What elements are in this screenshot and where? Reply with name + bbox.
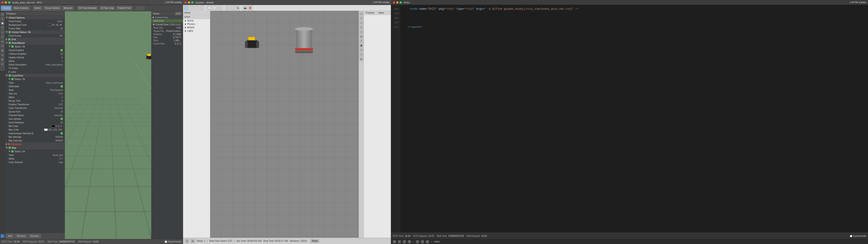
gz-box-btn[interactable]: ⬜ bbox=[207, 6, 212, 10]
global-status-item[interactable]: Global Status: Ok bbox=[5, 30, 65, 34]
ls-topic-item[interactable]: Topic /base_scan/scan bbox=[5, 81, 65, 85]
ls-style-item[interactable]: Style Flat Squares bbox=[5, 88, 65, 92]
odometry-item[interactable]: Odometry bbox=[5, 142, 65, 146]
insert-tab[interactable]: Insert bbox=[183, 15, 210, 19]
gz-scale-btn[interactable]: ⤡ bbox=[199, 6, 204, 10]
left-icon-10[interactable]: ⊚ bbox=[0, 53, 4, 57]
remove-display-btn[interactable]: Remove bbox=[15, 234, 27, 238]
measure-btn[interactable]: Measure bbox=[62, 6, 74, 11]
gz-cylinder-btn[interactable]: ⏺ bbox=[217, 6, 222, 10]
ls-min-intensity-item[interactable]: Min Intensity 999999 bbox=[5, 135, 65, 139]
gz-pointlight-btn[interactable]: ☀ bbox=[225, 6, 229, 10]
gz-icon-2[interactable]: ⊖ bbox=[360, 16, 364, 20]
ls-pos-transform-item[interactable]: Position Transformer XYZ bbox=[5, 102, 65, 106]
gz-snap-btn[interactable]: 🧲 bbox=[248, 6, 252, 10]
ls-decay-item[interactable]: Decay Time 0 bbox=[5, 99, 65, 102]
zero-btn[interactable]: Zero bbox=[175, 12, 182, 16]
odom-icon-5[interactable]: ⊙ bbox=[416, 240, 419, 243]
ls-channel-item[interactable]: Channel Name Intensity bbox=[5, 114, 65, 117]
gs-fixed-frame-item[interactable]: Fixed Frame OK bbox=[5, 34, 65, 37]
gz-rotate-btn[interactable]: ↻ bbox=[194, 6, 199, 10]
orbit-view-item[interactable]: Orbit (rviz) bbox=[151, 19, 183, 23]
ls-autocompute-item[interactable]: Autocompute Intensity B... bbox=[5, 131, 65, 135]
odom-icon-6[interactable]: ◎ bbox=[421, 240, 424, 243]
physics-item[interactable]: Physics bbox=[183, 22, 210, 26]
tf-prefix-item[interactable]: TF Prefix bbox=[5, 66, 65, 70]
left-icon-1[interactable]: ⊞ bbox=[0, 12, 4, 16]
gazebo-3d-view[interactable]: ⊕ ⊖ ◎ ⊞ ⊟ ▦ ⟳ ⬤ ◈ ⊚ ◧ bbox=[210, 11, 364, 238]
lights-item[interactable]: Lights bbox=[183, 29, 210, 33]
robotmodel-item[interactable]: RobotModel bbox=[5, 41, 65, 45]
ls-rainbow-item[interactable]: Use rainbow bbox=[5, 117, 65, 121]
odom-icon-3[interactable]: ⊛ bbox=[403, 240, 406, 243]
left-icon-2[interactable]: ⊕ bbox=[0, 17, 4, 21]
experimental-container[interactable]: Experimental bbox=[850, 235, 866, 237]
rm-status-item[interactable]: Status: Ok bbox=[5, 45, 65, 48]
gz-icon-10[interactable]: ⊚ bbox=[360, 53, 364, 57]
window-controls[interactable] bbox=[1, 1, 10, 4]
ls-size-item[interactable]: Size (m) 0.01 bbox=[5, 92, 65, 95]
focus-camera-btn[interactable]: Focus Camera bbox=[43, 6, 61, 11]
odom-icon-4[interactable]: ⊕ bbox=[408, 240, 411, 243]
gz-icon-3[interactable]: ◎ bbox=[360, 21, 364, 25]
map-status-item[interactable]: Status: Ok bbox=[5, 150, 65, 153]
code-content[interactable]: < node name = "RVIZ" pkg = "rviz" type =… bbox=[400, 5, 868, 233]
gz-icon-7[interactable]: ⟳ bbox=[360, 39, 364, 43]
left-icon-13[interactable]: ⬛ bbox=[0, 66, 4, 70]
experimental-check[interactable]: Experimental bbox=[165, 240, 181, 243]
gz-dirlight-btn[interactable]: ⊙ bbox=[230, 6, 235, 10]
gz-icon-11[interactable]: ◧ bbox=[360, 57, 364, 61]
ls-selectable-item[interactable]: Selectable bbox=[5, 85, 65, 88]
ls-color-transform-item[interactable]: Color Transformer Intensity bbox=[5, 106, 65, 110]
laserscan-item[interactable]: LaserScan bbox=[5, 74, 65, 77]
background-color-item[interactable]: Background Color 48; 48; 48 bbox=[5, 23, 65, 27]
ls-min-color-item[interactable]: Min Color 0; 0; 0 bbox=[5, 124, 65, 128]
gz-maximize-btn[interactable] bbox=[191, 1, 193, 4]
odom-icon-2[interactable]: ♦ bbox=[398, 240, 401, 243]
select-btn[interactable]: Select bbox=[33, 6, 42, 11]
models-item[interactable]: Models bbox=[183, 26, 210, 29]
displays-scroll[interactable]: Global Options Fixed Frame odom Backgrou… bbox=[5, 16, 65, 233]
gz-translate-btn[interactable]: ⊕ bbox=[189, 6, 194, 10]
frame-rate-item[interactable]: Frame Rate 30 bbox=[5, 27, 65, 30]
left-icon-4[interactable]: 📷 bbox=[0, 26, 4, 30]
update-interval-item[interactable]: Update Interval 0 bbox=[5, 56, 65, 59]
gz-pause-btn[interactable]: ⏸ bbox=[185, 239, 189, 243]
2d-pose-btn[interactable]: 2D Pose Estimate bbox=[77, 6, 98, 11]
left-icon-5[interactable]: ⊙ bbox=[0, 30, 4, 34]
gz-reset-btn[interactable]: Reset bbox=[310, 239, 319, 243]
ls-queue-item[interactable]: Queue Size 10 bbox=[5, 110, 65, 114]
ed-minimize-btn[interactable] bbox=[396, 1, 399, 4]
global-options-item[interactable]: Global Options bbox=[5, 16, 65, 20]
gz-camera-btn[interactable]: 📷 bbox=[243, 6, 247, 10]
ls-invert-rainbow-item[interactable]: Invert Rainbow bbox=[5, 121, 65, 124]
gz-spotlight-btn[interactable]: 🔦 bbox=[235, 6, 240, 10]
links-item[interactable]: Links bbox=[5, 70, 65, 74]
world-tab[interactable]: World bbox=[183, 11, 210, 15]
gz-cursor-btn[interactable]: ↖ bbox=[184, 6, 188, 10]
gz-step-btn[interactable]: ⏭ bbox=[191, 239, 195, 243]
map-alpha-item[interactable]: Alpha 0.7 bbox=[5, 157, 65, 160]
odom-icon-7[interactable]: ◈ bbox=[426, 240, 429, 243]
rm-alpha-item[interactable]: Alpha 1 bbox=[5, 59, 65, 63]
toolbar-icon2[interactable]: - bbox=[141, 6, 145, 10]
collision-enabled-item[interactable]: Collision Enabled bbox=[5, 52, 65, 56]
rviz-viewport[interactable]: + bbox=[65, 11, 151, 239]
gz-icon-8[interactable]: ⬤ bbox=[360, 43, 364, 48]
gz-sphere-btn[interactable]: ⚪ bbox=[212, 6, 217, 10]
gz-icon-4[interactable]: ⊞ bbox=[360, 25, 364, 29]
toolbar-icon1[interactable]: + bbox=[136, 6, 140, 10]
ls-max-intensity-item[interactable]: Max Intensity 999999 bbox=[5, 139, 65, 142]
gz-icon-1[interactable]: ⊕ bbox=[360, 12, 364, 16]
map-topic-item[interactable]: Topic /local_grid bbox=[5, 153, 65, 157]
maximize-btn[interactable] bbox=[8, 1, 10, 4]
fixed-frame-item[interactable]: Fixed Frame odom bbox=[5, 20, 65, 23]
experimental-checkbox[interactable] bbox=[165, 241, 167, 243]
left-icon-9[interactable]: ▣ bbox=[0, 48, 4, 53]
ed-close-btn[interactable] bbox=[393, 1, 395, 4]
left-icon-12[interactable]: ⊟ bbox=[0, 62, 4, 66]
left-icon-6[interactable]: ✦ bbox=[0, 35, 4, 39]
minimize-btn[interactable] bbox=[5, 1, 7, 4]
gz-icon-9[interactable]: ◈ bbox=[360, 48, 364, 52]
robot-desc-item[interactable]: Robot Description robot_description bbox=[5, 63, 65, 66]
